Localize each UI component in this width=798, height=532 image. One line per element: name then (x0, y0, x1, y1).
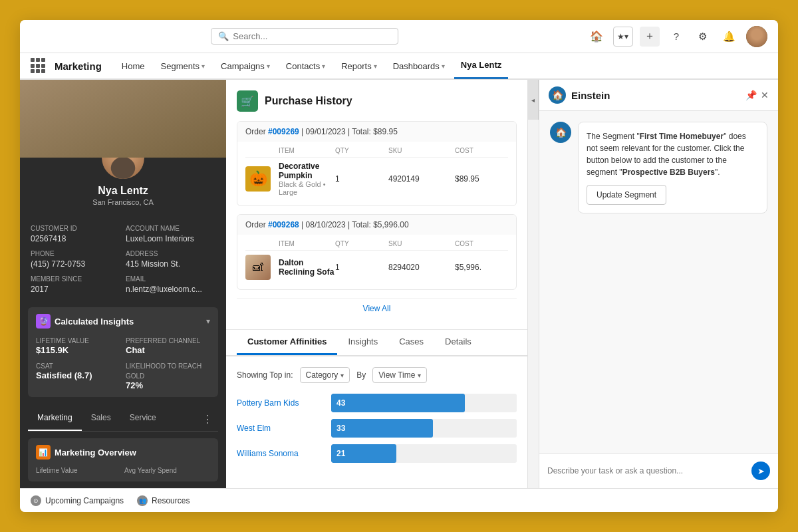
profile-name: Nya Lentz (98, 185, 148, 197)
collapse-btn[interactable]: ◂ (528, 80, 539, 120)
einstein-input[interactable] (547, 466, 746, 475)
add-icon-btn[interactable]: ＋ (640, 27, 660, 47)
sidebar-tab-marketing[interactable]: Marketing (28, 408, 82, 431)
address-item: Address 415 Mission St. (126, 250, 215, 269)
address-value: 415 Mission St. (126, 259, 180, 269)
affinities-controls: Showing Top in: Category ▾ By View Time … (237, 367, 517, 383)
item-thumb-2: 🛋 (245, 255, 271, 280)
category-dropdown[interactable]: Category ▾ (300, 367, 350, 383)
nav-item-segments[interactable]: Segments ▾ (154, 53, 212, 79)
ci-icon: 🔮 (36, 314, 51, 329)
einstein-bubble: The Segment "First Time Homebuyer" does … (578, 122, 767, 213)
order-link-2[interactable]: #009268 (268, 220, 299, 229)
upcoming-campaigns-item[interactable]: ⊙ Upcoming Campaigns (31, 495, 124, 506)
nav-item-campaigns[interactable]: Campaigns ▾ (214, 53, 277, 79)
settings-icon-btn[interactable]: ⚙ (693, 27, 713, 47)
star-icon-btn[interactable]: ★▾ (613, 27, 633, 47)
email-value: n.lentz@luxeloom.c... (126, 285, 202, 294)
send-button[interactable]: ➤ (751, 462, 770, 480)
einstein-header: 🏠 Einstein 📌 ✕ (539, 80, 778, 111)
update-segment-button[interactable]: Update Segment (587, 185, 666, 205)
customer-id-value: 02567418 (31, 234, 66, 243)
customer-id-item: Customer ID 02567418 (31, 225, 120, 243)
segment-name-2: Prospective B2B Buyers (622, 168, 715, 177)
resources-icon: 👥 (137, 495, 148, 506)
affinity-label-2[interactable]: West Elm (237, 424, 323, 433)
tab-cases[interactable]: Cases (388, 330, 434, 355)
view-all-button[interactable]: View All (237, 298, 517, 319)
preferred-channel-value: Chat (126, 345, 210, 355)
sidebar-tab-sales[interactable]: Sales (82, 408, 120, 431)
affinity-bar-wrap-2: 33 (331, 419, 517, 438)
order-header-1: Order #009269 | 09/01/2023 | Total: $89.… (237, 122, 516, 142)
einstein-body: 🏠 The Segment "First Time Homebuyer" doe… (539, 111, 778, 453)
user-avatar[interactable] (746, 26, 767, 47)
home-icon-btn[interactable]: 🏠 (587, 27, 606, 47)
order-table-1: ITEM QTY SKU COST 🎃 Decorative Pumpkin B… (237, 142, 516, 205)
tab-customer-affinities[interactable]: Customer Affinities (237, 330, 337, 355)
item-qty-2: 1 (335, 263, 388, 272)
einstein-actions: 📌 ✕ (745, 90, 769, 100)
pin-icon[interactable]: 📌 (745, 90, 757, 100)
nav-item-dashboards[interactable]: Dashboards ▾ (386, 53, 452, 79)
ph-header: 🛒 Purchase History (237, 90, 517, 112)
tab-insights[interactable]: Insights (337, 330, 388, 355)
purchase-history-icon: 🛒 (237, 90, 258, 112)
chevron-down-icon: ▾ (201, 63, 205, 70)
nav-item-contacts[interactable]: Contacts ▾ (279, 53, 332, 79)
item-cost-2: $5,996. (455, 263, 508, 272)
mo-lifetime-value: Lifetime Value (36, 465, 122, 475)
search-icon: 🔍 (218, 31, 229, 41)
search-box[interactable]: 🔍 (211, 28, 398, 45)
showing-label: Showing Top in: (237, 370, 293, 380)
help-icon-btn[interactable]: ? (666, 27, 686, 47)
bell-icon-btn[interactable]: 🔔 (720, 27, 739, 47)
einstein-title: Einstein (571, 90, 740, 101)
item-thumb-1: 🎃 (245, 166, 271, 192)
nav-item-home[interactable]: Home (115, 53, 152, 79)
order-block-2: Order #009268 | 08/10/2023 | Total: $5,9… (237, 214, 517, 290)
app-name: Marketing (55, 61, 102, 72)
profile-banner (20, 80, 226, 158)
sidebar-more-btn[interactable]: ⋮ (197, 408, 218, 431)
sidebar-tab-service[interactable]: Service (120, 408, 166, 431)
tabs-section: Customer Affinities Insights Cases Detai… (226, 330, 527, 356)
chevron-down-icon: ▾ (267, 63, 270, 70)
einstein-message: 🏠 The Segment "First Time Homebuyer" doe… (550, 122, 767, 213)
nav-item-reports[interactable]: Reports ▾ (334, 53, 384, 79)
ci-expand-btn[interactable]: ▾ (206, 317, 210, 326)
calculated-insights: 🔮 Calculated Insights ▾ Lifetime Value $… (28, 307, 218, 397)
order-link-1[interactable]: #009269 (268, 127, 299, 136)
item-sku-2: 8294020 (388, 263, 455, 272)
col-item-label (245, 147, 279, 154)
csat-value: Satisfied (8.7) (36, 370, 120, 380)
bottom-bar: ⊙ Upcoming Campaigns 👥 Resources (20, 488, 778, 512)
einstein-panel: 🏠 Einstein 📌 ✕ 🏠 The Segment "First Time… (539, 80, 778, 488)
affinity-row-3: Williams Sonoma 21 (237, 444, 517, 463)
customer-id-label: Customer ID (31, 225, 120, 232)
top-icons: 🏠 ★▾ ＋ ? ⚙ 🔔 (587, 26, 767, 47)
preferred-channel-item: Preferred Channel Chat (126, 335, 210, 355)
ci-grid: Lifetime Value $115.9K Preferred Channel… (36, 335, 210, 390)
view-time-dropdown[interactable]: View Time ▾ (372, 367, 427, 383)
item-info-1: Decorative Pumpkin Black & Gold • Large (279, 162, 335, 196)
einstein-icon: 🏠 (549, 86, 566, 104)
main-content: Nya Lentz San Francisco, CA Customer ID … (20, 80, 778, 488)
affinity-label-1[interactable]: Pottery Barn Kids (237, 398, 323, 408)
order-table-header-2: ITEM QTY SKU COST (245, 240, 508, 251)
item-cost-1: $89.95 (455, 174, 508, 184)
affinity-bar-2: 33 (331, 419, 433, 438)
tab-details[interactable]: Details (434, 330, 482, 355)
chevron-down-icon: ▾ (322, 63, 325, 70)
resources-item[interactable]: 👥 Resources (137, 495, 190, 506)
grid-menu-icon[interactable] (31, 58, 47, 74)
col-qty-text: QTY (335, 147, 388, 154)
close-icon[interactable]: ✕ (761, 90, 769, 100)
search-input[interactable] (233, 31, 390, 41)
lifetime-value-item: Lifetime Value $115.9K (36, 335, 120, 355)
nav-item-nya-lentz[interactable]: Nya Lentz (454, 53, 508, 79)
affinity-label-3[interactable]: Williams Sonoma (237, 449, 323, 458)
sidebar-tabs: Marketing Sales Service ⋮ (28, 408, 218, 432)
category-chevron-icon: ▾ (340, 372, 344, 379)
svg-point-2 (111, 157, 136, 179)
